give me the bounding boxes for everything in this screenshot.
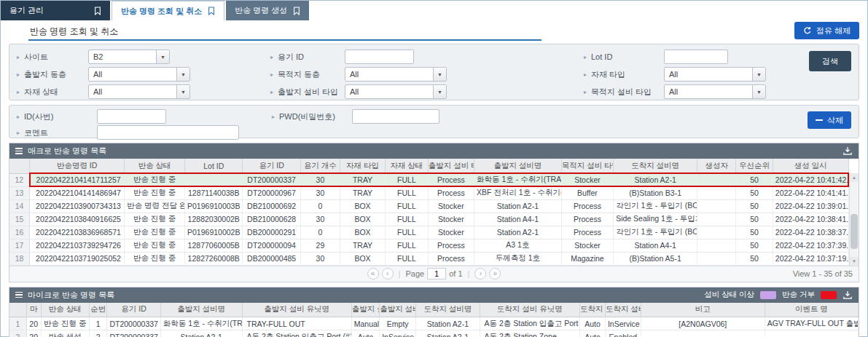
column-header[interactable]: 생성 일시 [773,159,848,173]
column-header[interactable]: 순번 [89,303,106,317]
scrollbar-thumb[interactable] [851,214,858,249]
menu-icon[interactable] [15,148,23,154]
cell: 20220422103840916625 [30,213,125,226]
row-number-cell: 14 [9,199,30,213]
minus-icon [816,119,823,121]
download-icon[interactable] [842,290,853,300]
column-header[interactable]: 용기 ID [107,303,160,317]
comment-input[interactable] [97,125,239,140]
column-header[interactable]: 출발지 설 [351,303,379,317]
password-input[interactable] [352,109,439,124]
release-occupancy-button[interactable]: 점유 해제 [794,22,859,39]
cell: BOX [340,213,385,226]
bookmark-icon[interactable] [94,7,101,15]
column-header[interactable]: 마 [26,303,41,317]
cell: 50 [736,252,773,265]
cell: A3 1호 [474,239,562,252]
chevron-down-icon: ▼ [176,68,189,81]
menu-icon[interactable] [15,292,23,298]
material-status-select-value: All [89,87,176,96]
column-header[interactable]: 출발지 설비명 [474,159,562,173]
bookmark-icon[interactable] [208,7,215,15]
cell: 20 [26,330,41,337]
vertical-scrollbar[interactable]: ▲ ▼ [849,173,859,266]
employee-id-input[interactable] [97,109,166,124]
column-header[interactable]: 출발지 설비 [380,303,416,317]
cell: 각인기 1호 - 투입기 (BOX+D [614,226,697,239]
cell: Process [428,173,474,186]
cell: BOX [340,252,385,265]
origin-floor-select[interactable]: All ▼ [88,67,190,82]
cell: 반송 진행 중 [125,226,185,239]
cell: DT200000967 [243,186,300,199]
dest-floor-select[interactable]: All ▼ [345,67,447,82]
table-row[interactable]: 1420220422103900734313반송 명령 전달 완료P019691… [9,199,848,213]
row-number-cell: 1 [9,317,26,330]
column-header[interactable]: 우선순위 [736,159,773,173]
column-header[interactable]: 출발지 설비 유닛명 [242,303,351,317]
site-select-value: B2 [89,52,156,61]
table-row[interactable]: 120반송 진행 중1DT200000337화학동 1호 - 수취기(TRAYT… [9,317,859,330]
label-arrow-icon: ▸ [17,89,24,95]
scroll-down-icon[interactable]: ▼ [850,257,859,266]
scroll-up-icon[interactable]: ▲ [850,173,859,182]
origin-equip-type-select[interactable]: All ▼ [345,84,447,99]
prev-page-button[interactable]: ‹ [382,268,394,279]
column-header[interactable]: 반송 상태 [125,159,185,173]
cell: Enabled [605,330,641,337]
tab-transfer-create[interactable]: 반송 명령 생성 [226,1,309,20]
column-header[interactable]: 도착지 설 [579,303,605,317]
tab-container-management[interactable]: 용기 관리 [1,1,110,20]
cell: 30 [300,186,340,199]
cell: DB200000485 [243,252,300,265]
search-button[interactable]: 검색 [809,51,851,71]
lot-id-input[interactable] [664,49,728,64]
column-header[interactable]: 도착지 설비 [605,303,641,317]
column-header[interactable]: 도착지 설비명 [614,159,697,173]
column-header[interactable]: 자재 상태 [386,159,429,173]
page-number-input[interactable] [427,268,446,279]
delete-button[interactable]: 삭제 [808,111,851,129]
cell: 2022-04-22 10:37:39.590 [773,239,848,252]
table-row[interactable]: 1220220422104141711257반송 진행 중DT200000337… [9,173,848,186]
table-row[interactable]: 1320220422104141486947반송 진행 중12871140038… [9,186,848,199]
column-header[interactable]: 반송 상태 [41,303,89,317]
column-header[interactable]: 비고 [641,303,765,317]
table-row[interactable]: 1820220422103719025052반송 진행 중12827260008… [9,252,848,265]
container-id-input[interactable] [345,49,414,64]
bookmark-icon[interactable] [293,7,300,15]
tab-transfer-inquiry-cancel[interactable]: 반송 명령 조회 및 취소 [112,1,224,20]
cell: Stocker [428,199,474,213]
filter-label-site: 사이트 [24,52,88,63]
first-page-button[interactable]: « [367,268,379,279]
column-header[interactable]: Lot ID [185,159,243,173]
column-header[interactable]: 생성자 [697,159,736,173]
column-header[interactable]: 출발지 설비명 [160,303,242,317]
cell: 2022-04-22 10:38:37.360 [773,226,848,239]
cell: (B)Station B3-1 [614,186,697,199]
column-header[interactable]: 이벤트 명 [765,303,858,317]
download-icon[interactable] [842,146,853,156]
cell: Process [428,186,474,199]
material-status-select[interactable]: All ▼ [88,84,190,99]
table-row[interactable]: 1520220422103840916625반송 진행 중12882030002… [9,213,848,226]
column-header[interactable]: 출발지 설비 타입 [428,159,474,173]
last-page-button[interactable]: » [489,268,501,279]
column-header[interactable]: 목적지 설비 타입 [561,159,613,173]
column-header[interactable]: 반송명령 ID [30,159,125,173]
cell: 각인기 1호 - 투입기 (BOX+D [614,199,697,213]
table-row[interactable]: 1620220422103836968571반송 진행 중P0196910002… [9,226,848,239]
next-page-button[interactable]: › [474,268,486,279]
column-header[interactable]: 자재 타입 [340,159,385,173]
dest-equip-type-select[interactable]: All ▼ [664,84,766,99]
page-title: 반송 명령 조회 및 취소 [30,25,118,38]
table-row[interactable]: 220반송 생성2DT200000337Station A2-1A동 2층 St… [9,330,859,337]
column-header[interactable]: 용기 개수 [300,159,340,173]
material-type-select[interactable]: All ▼ [664,67,766,82]
site-select[interactable]: B2 ▼ [88,49,170,64]
column-header[interactable]: 도착지 설비 유닛명 [480,303,579,317]
table-row[interactable]: 1720220422103739294726반송 진행 중12877060005… [9,239,848,252]
column-header[interactable]: 도착지 설비명 [416,303,480,317]
cell: 반송 명령 전달 완료 [125,199,185,213]
column-header[interactable]: 용기 ID [243,159,300,173]
